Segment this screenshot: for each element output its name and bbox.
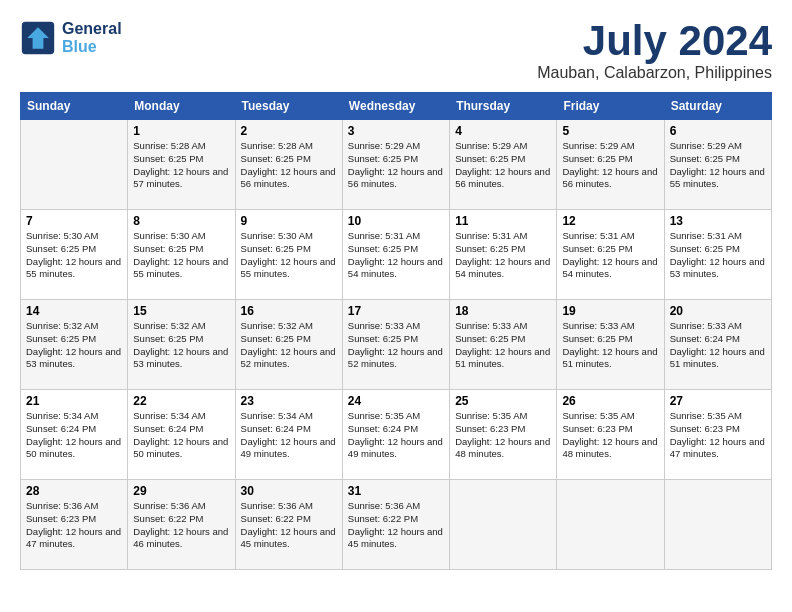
calendar-cell: 23Sunrise: 5:34 AM Sunset: 6:24 PM Dayli…: [235, 390, 342, 480]
calendar-cell: [664, 480, 771, 570]
calendar-cell: 9Sunrise: 5:30 AM Sunset: 6:25 PM Daylig…: [235, 210, 342, 300]
day-detail: Sunrise: 5:35 AM Sunset: 6:23 PM Dayligh…: [455, 410, 551, 461]
day-detail: Sunrise: 5:36 AM Sunset: 6:22 PM Dayligh…: [241, 500, 337, 551]
weekday-header-wednesday: Wednesday: [342, 93, 449, 120]
day-number: 2: [241, 124, 337, 138]
calendar-cell: 21Sunrise: 5:34 AM Sunset: 6:24 PM Dayli…: [21, 390, 128, 480]
day-number: 14: [26, 304, 122, 318]
day-number: 15: [133, 304, 229, 318]
day-number: 26: [562, 394, 658, 408]
calendar-cell: 26Sunrise: 5:35 AM Sunset: 6:23 PM Dayli…: [557, 390, 664, 480]
weekday-header-monday: Monday: [128, 93, 235, 120]
day-detail: Sunrise: 5:32 AM Sunset: 6:25 PM Dayligh…: [26, 320, 122, 371]
calendar-cell: 3Sunrise: 5:29 AM Sunset: 6:25 PM Daylig…: [342, 120, 449, 210]
day-number: 3: [348, 124, 444, 138]
day-detail: Sunrise: 5:33 AM Sunset: 6:24 PM Dayligh…: [670, 320, 766, 371]
calendar-cell: 28Sunrise: 5:36 AM Sunset: 6:23 PM Dayli…: [21, 480, 128, 570]
day-detail: Sunrise: 5:28 AM Sunset: 6:25 PM Dayligh…: [133, 140, 229, 191]
day-detail: Sunrise: 5:35 AM Sunset: 6:23 PM Dayligh…: [562, 410, 658, 461]
day-detail: Sunrise: 5:31 AM Sunset: 6:25 PM Dayligh…: [348, 230, 444, 281]
day-number: 12: [562, 214, 658, 228]
calendar-cell: 17Sunrise: 5:33 AM Sunset: 6:25 PM Dayli…: [342, 300, 449, 390]
calendar-cell: 16Sunrise: 5:32 AM Sunset: 6:25 PM Dayli…: [235, 300, 342, 390]
weekday-header-row: SundayMondayTuesdayWednesdayThursdayFrid…: [21, 93, 772, 120]
calendar-cell: 12Sunrise: 5:31 AM Sunset: 6:25 PM Dayli…: [557, 210, 664, 300]
calendar-cell: 30Sunrise: 5:36 AM Sunset: 6:22 PM Dayli…: [235, 480, 342, 570]
day-number: 5: [562, 124, 658, 138]
calendar-cell: 2Sunrise: 5:28 AM Sunset: 6:25 PM Daylig…: [235, 120, 342, 210]
day-detail: Sunrise: 5:34 AM Sunset: 6:24 PM Dayligh…: [133, 410, 229, 461]
day-detail: Sunrise: 5:33 AM Sunset: 6:25 PM Dayligh…: [348, 320, 444, 371]
calendar-cell: 15Sunrise: 5:32 AM Sunset: 6:25 PM Dayli…: [128, 300, 235, 390]
day-number: 22: [133, 394, 229, 408]
calendar-table: SundayMondayTuesdayWednesdayThursdayFrid…: [20, 92, 772, 570]
day-number: 4: [455, 124, 551, 138]
day-number: 8: [133, 214, 229, 228]
calendar-cell: [450, 480, 557, 570]
weekday-header-sunday: Sunday: [21, 93, 128, 120]
day-number: 17: [348, 304, 444, 318]
day-detail: Sunrise: 5:34 AM Sunset: 6:24 PM Dayligh…: [241, 410, 337, 461]
calendar-cell: 5Sunrise: 5:29 AM Sunset: 6:25 PM Daylig…: [557, 120, 664, 210]
month-title: July 2024: [537, 20, 772, 62]
logo: General Blue: [20, 20, 122, 56]
calendar-cell: [21, 120, 128, 210]
week-row-1: 1Sunrise: 5:28 AM Sunset: 6:25 PM Daylig…: [21, 120, 772, 210]
calendar-cell: 6Sunrise: 5:29 AM Sunset: 6:25 PM Daylig…: [664, 120, 771, 210]
calendar-cell: 31Sunrise: 5:36 AM Sunset: 6:22 PM Dayli…: [342, 480, 449, 570]
calendar-body: 1Sunrise: 5:28 AM Sunset: 6:25 PM Daylig…: [21, 120, 772, 570]
day-detail: Sunrise: 5:31 AM Sunset: 6:25 PM Dayligh…: [562, 230, 658, 281]
calendar-cell: 24Sunrise: 5:35 AM Sunset: 6:24 PM Dayli…: [342, 390, 449, 480]
calendar-cell: 1Sunrise: 5:28 AM Sunset: 6:25 PM Daylig…: [128, 120, 235, 210]
day-number: 11: [455, 214, 551, 228]
day-number: 19: [562, 304, 658, 318]
day-number: 28: [26, 484, 122, 498]
day-number: 24: [348, 394, 444, 408]
location-title: Mauban, Calabarzon, Philippines: [537, 64, 772, 82]
day-detail: Sunrise: 5:33 AM Sunset: 6:25 PM Dayligh…: [562, 320, 658, 371]
day-number: 30: [241, 484, 337, 498]
day-detail: Sunrise: 5:30 AM Sunset: 6:25 PM Dayligh…: [26, 230, 122, 281]
day-number: 1: [133, 124, 229, 138]
day-detail: Sunrise: 5:36 AM Sunset: 6:22 PM Dayligh…: [348, 500, 444, 551]
day-detail: Sunrise: 5:31 AM Sunset: 6:25 PM Dayligh…: [670, 230, 766, 281]
day-number: 18: [455, 304, 551, 318]
week-row-3: 14Sunrise: 5:32 AM Sunset: 6:25 PM Dayli…: [21, 300, 772, 390]
day-number: 25: [455, 394, 551, 408]
day-detail: Sunrise: 5:29 AM Sunset: 6:25 PM Dayligh…: [455, 140, 551, 191]
logo-text: General Blue: [62, 20, 122, 56]
calendar-cell: [557, 480, 664, 570]
day-number: 21: [26, 394, 122, 408]
calendar-cell: 14Sunrise: 5:32 AM Sunset: 6:25 PM Dayli…: [21, 300, 128, 390]
title-area: July 2024 Mauban, Calabarzon, Philippine…: [537, 20, 772, 82]
day-detail: Sunrise: 5:31 AM Sunset: 6:25 PM Dayligh…: [455, 230, 551, 281]
weekday-header-tuesday: Tuesday: [235, 93, 342, 120]
day-detail: Sunrise: 5:35 AM Sunset: 6:23 PM Dayligh…: [670, 410, 766, 461]
logo-icon: [20, 20, 56, 56]
calendar-cell: 11Sunrise: 5:31 AM Sunset: 6:25 PM Dayli…: [450, 210, 557, 300]
day-detail: Sunrise: 5:28 AM Sunset: 6:25 PM Dayligh…: [241, 140, 337, 191]
day-detail: Sunrise: 5:29 AM Sunset: 6:25 PM Dayligh…: [562, 140, 658, 191]
day-number: 23: [241, 394, 337, 408]
week-row-5: 28Sunrise: 5:36 AM Sunset: 6:23 PM Dayli…: [21, 480, 772, 570]
day-detail: Sunrise: 5:30 AM Sunset: 6:25 PM Dayligh…: [133, 230, 229, 281]
day-number: 10: [348, 214, 444, 228]
day-detail: Sunrise: 5:36 AM Sunset: 6:22 PM Dayligh…: [133, 500, 229, 551]
week-row-4: 21Sunrise: 5:34 AM Sunset: 6:24 PM Dayli…: [21, 390, 772, 480]
calendar-cell: 4Sunrise: 5:29 AM Sunset: 6:25 PM Daylig…: [450, 120, 557, 210]
day-number: 16: [241, 304, 337, 318]
day-number: 6: [670, 124, 766, 138]
calendar-cell: 22Sunrise: 5:34 AM Sunset: 6:24 PM Dayli…: [128, 390, 235, 480]
calendar-cell: 13Sunrise: 5:31 AM Sunset: 6:25 PM Dayli…: [664, 210, 771, 300]
day-detail: Sunrise: 5:32 AM Sunset: 6:25 PM Dayligh…: [241, 320, 337, 371]
day-number: 7: [26, 214, 122, 228]
weekday-header-saturday: Saturday: [664, 93, 771, 120]
day-detail: Sunrise: 5:29 AM Sunset: 6:25 PM Dayligh…: [670, 140, 766, 191]
weekday-header-friday: Friday: [557, 93, 664, 120]
day-number: 13: [670, 214, 766, 228]
day-detail: Sunrise: 5:29 AM Sunset: 6:25 PM Dayligh…: [348, 140, 444, 191]
day-detail: Sunrise: 5:30 AM Sunset: 6:25 PM Dayligh…: [241, 230, 337, 281]
day-number: 9: [241, 214, 337, 228]
day-detail: Sunrise: 5:35 AM Sunset: 6:24 PM Dayligh…: [348, 410, 444, 461]
day-number: 31: [348, 484, 444, 498]
